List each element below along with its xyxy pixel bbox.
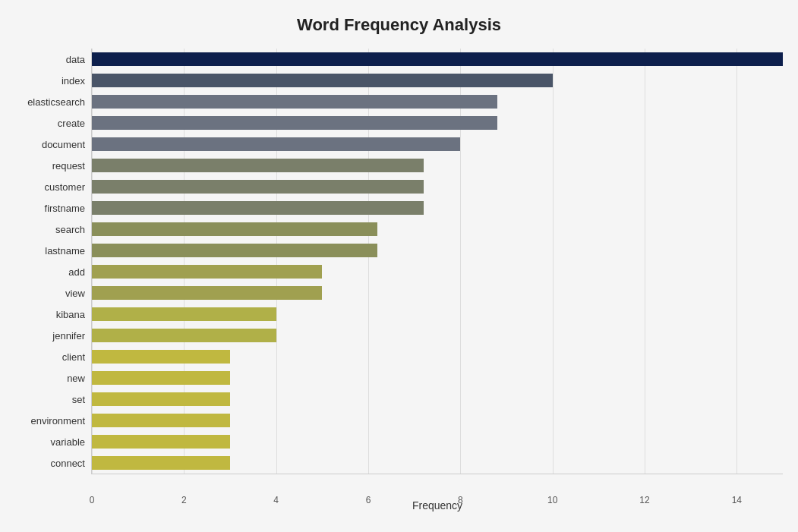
x-axis-label: Frequency bbox=[412, 499, 462, 512]
y-label: create bbox=[58, 118, 85, 128]
y-label: kibana bbox=[56, 310, 85, 320]
y-label: view bbox=[65, 288, 85, 298]
chart-container: Word Frequency Analysis dataindexelastic… bbox=[0, 0, 798, 532]
bar bbox=[92, 52, 783, 66]
bar-row bbox=[92, 115, 783, 131]
bar-row bbox=[92, 370, 783, 386]
bar-row bbox=[92, 178, 783, 195]
bar-row bbox=[92, 242, 783, 259]
bars-area: 02468101214Frequency bbox=[91, 49, 783, 474]
bar-row bbox=[92, 412, 783, 429]
bar-row bbox=[92, 455, 783, 471]
grid-line bbox=[368, 49, 369, 474]
x-tick: 0 bbox=[90, 495, 95, 505]
bar-row bbox=[92, 72, 783, 89]
bar-row bbox=[92, 348, 783, 365]
y-label: firstname bbox=[45, 203, 85, 213]
bar bbox=[92, 159, 424, 172]
bar-row bbox=[92, 327, 783, 344]
bar bbox=[92, 307, 276, 321]
bar bbox=[92, 222, 377, 236]
bar bbox=[92, 435, 230, 449]
chart-body: dataindexelasticsearchcreatedocumentrequ… bbox=[15, 49, 783, 474]
bar bbox=[92, 116, 497, 130]
bar-row bbox=[92, 285, 783, 301]
grid-line bbox=[736, 49, 737, 474]
grid-line bbox=[460, 49, 461, 474]
bar bbox=[92, 456, 230, 470]
bar-row bbox=[92, 200, 783, 216]
grid-line bbox=[553, 49, 554, 474]
bar bbox=[92, 414, 230, 427]
y-label: client bbox=[62, 352, 85, 362]
y-axis: dataindexelasticsearchcreatedocumentrequ… bbox=[15, 49, 91, 474]
bar bbox=[92, 371, 230, 385]
grid-line bbox=[184, 49, 185, 474]
y-label: new bbox=[67, 373, 85, 383]
x-tick: 2 bbox=[181, 495, 187, 505]
bar-row bbox=[92, 306, 783, 323]
bar bbox=[92, 329, 276, 342]
bar bbox=[92, 201, 424, 215]
y-label: request bbox=[52, 161, 85, 171]
x-tick: 4 bbox=[273, 495, 279, 505]
y-label: document bbox=[42, 140, 85, 150]
x-tick: 12 bbox=[639, 495, 649, 505]
bar bbox=[92, 244, 377, 257]
bar bbox=[92, 95, 497, 109]
bar bbox=[92, 74, 553, 87]
bar bbox=[92, 137, 460, 151]
bar bbox=[92, 180, 424, 194]
y-label: jennifer bbox=[52, 331, 85, 341]
chart-title: Word Frequency Analysis bbox=[15, 15, 783, 35]
y-label: add bbox=[68, 267, 85, 277]
y-label: variable bbox=[50, 437, 85, 447]
x-tick: 6 bbox=[366, 495, 371, 505]
grid-line bbox=[92, 49, 93, 474]
y-label: index bbox=[62, 76, 85, 86]
y-label: set bbox=[72, 395, 85, 405]
grid-line bbox=[276, 49, 277, 474]
y-label: elasticsearch bbox=[27, 97, 85, 107]
y-label: environment bbox=[30, 416, 85, 426]
y-label: data bbox=[66, 55, 85, 65]
bar bbox=[92, 350, 230, 364]
y-label: customer bbox=[45, 182, 85, 192]
bar-row bbox=[92, 136, 783, 153]
bar-row bbox=[92, 221, 783, 238]
x-tick: 10 bbox=[547, 495, 557, 505]
grid-line bbox=[645, 49, 645, 474]
y-label: connect bbox=[50, 458, 85, 468]
bar-row bbox=[92, 263, 783, 280]
x-tick: 14 bbox=[732, 495, 742, 505]
bar-row bbox=[92, 433, 783, 450]
bar-row bbox=[92, 391, 783, 408]
bar-row bbox=[92, 157, 783, 174]
bar bbox=[92, 392, 230, 406]
bar bbox=[92, 286, 322, 300]
bar-row bbox=[92, 51, 783, 68]
y-label: search bbox=[55, 225, 85, 235]
y-label: lastname bbox=[45, 246, 85, 256]
bar bbox=[92, 265, 322, 279]
bar-row bbox=[92, 93, 783, 110]
